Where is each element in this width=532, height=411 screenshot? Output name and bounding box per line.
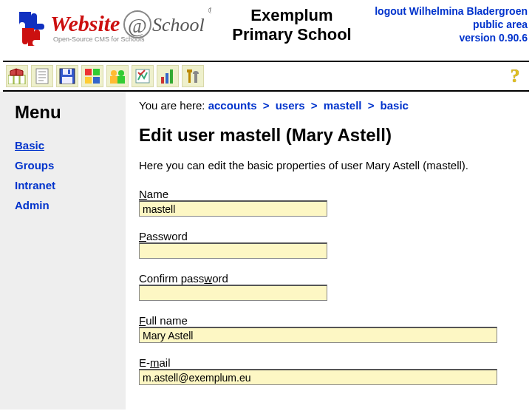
svg-point-21 xyxy=(118,70,124,76)
svg-rect-26 xyxy=(166,73,168,84)
save-icon[interactable] xyxy=(56,65,78,87)
modules-icon[interactable] xyxy=(81,65,103,87)
breadcrumb-accounts[interactable]: accounts xyxy=(208,99,257,112)
field-password: Password xyxy=(139,230,525,259)
input-password[interactable] xyxy=(139,242,327,259)
stats-icon[interactable] xyxy=(157,65,179,87)
svg-rect-16 xyxy=(85,69,92,75)
user-links: logout Wilhelmina Bladergroen public are… xyxy=(365,3,528,45)
label-fullname: Full name xyxy=(139,314,525,327)
sidebar-item-basic[interactable]: Basic xyxy=(15,139,44,152)
svg-rect-3 xyxy=(14,75,19,84)
svg-rect-7 xyxy=(36,69,48,84)
version-link[interactable]: version 0.90.6 xyxy=(459,32,528,44)
sidebar-item-intranet[interactable]: Intranet xyxy=(15,179,55,191)
logo-tagline: Open-Source CMS for Schools xyxy=(53,35,145,43)
svg-rect-18 xyxy=(85,77,92,84)
field-name: Name xyxy=(139,188,525,217)
main: Menu Basic Groups Intranet Admin You are… xyxy=(0,92,532,410)
svg-text:®: ® xyxy=(208,7,211,15)
page-icon[interactable] xyxy=(31,65,53,87)
breadcrumb-prefix: You are here: xyxy=(139,99,208,112)
svg-rect-2 xyxy=(8,75,13,84)
svg-rect-14 xyxy=(62,77,72,84)
logo-text-school: School xyxy=(152,14,205,35)
breadcrumb: You are here: accounts > users > mastell… xyxy=(139,99,525,112)
home-icon[interactable] xyxy=(6,65,28,87)
logo-text-website: Website xyxy=(50,11,120,35)
logout-link[interactable]: logout Wilhelmina Bladergroen xyxy=(375,5,528,17)
label-email: E-mail xyxy=(139,356,525,369)
website-at-school-logo: Website @ School Open-Source CMS for Sch… xyxy=(4,4,211,49)
sidebar-item-groups[interactable]: Groups xyxy=(15,159,54,171)
svg-rect-27 xyxy=(170,69,173,84)
sidebar-item-admin[interactable]: Admin xyxy=(15,199,50,211)
svg-rect-25 xyxy=(161,77,164,84)
header: Website @ School Open-Source CMS for Sch… xyxy=(0,0,532,50)
field-fullname: Full name xyxy=(139,314,525,343)
help-icon[interactable]: ? xyxy=(504,65,526,87)
page-intro: Here you can edit the basic properties o… xyxy=(139,159,525,171)
page-heading: Edit user mastell (Mary Astell) xyxy=(139,125,525,146)
input-fullname[interactable] xyxy=(139,327,497,343)
config-icon[interactable] xyxy=(132,65,154,87)
site-title-line2: Primary School xyxy=(219,25,365,44)
svg-rect-15 xyxy=(68,69,70,74)
logo: Website @ School Open-Source CMS for Sch… xyxy=(4,3,219,49)
input-confirm-password[interactable] xyxy=(139,285,327,301)
svg-point-20 xyxy=(111,70,117,76)
label-name: Name xyxy=(139,188,525,200)
svg-rect-13 xyxy=(63,69,72,75)
site-title: Exemplum Primary School xyxy=(219,3,365,45)
svg-marker-5 xyxy=(10,69,16,75)
input-name[interactable] xyxy=(139,200,327,217)
input-email[interactable] xyxy=(139,369,497,385)
public-area-link[interactable]: public area xyxy=(473,18,528,30)
svg-rect-4 xyxy=(20,75,25,84)
breadcrumb-mastell[interactable]: mastell xyxy=(324,99,362,112)
logo-at-icon: @ xyxy=(128,14,147,37)
svg-marker-6 xyxy=(16,69,23,75)
sidebar-title: Menu xyxy=(15,102,126,123)
label-password: Password xyxy=(139,230,525,242)
field-email: E-mail xyxy=(139,356,525,385)
sidebar: Menu Basic Groups Intranet Admin xyxy=(0,92,126,410)
content: You are here: accounts > users > mastell… xyxy=(126,92,532,410)
users-icon[interactable] xyxy=(106,65,129,87)
field-confirm-password: Confirm password xyxy=(139,272,525,301)
label-confirm-password: Confirm password xyxy=(139,272,525,285)
svg-rect-22 xyxy=(110,76,117,84)
site-title-line1: Exemplum xyxy=(219,6,365,25)
svg-rect-17 xyxy=(93,69,100,75)
breadcrumb-basic[interactable]: basic xyxy=(381,99,409,112)
svg-rect-29 xyxy=(187,69,192,72)
toolbar: ? xyxy=(3,61,529,92)
svg-rect-19 xyxy=(93,77,100,84)
breadcrumb-users[interactable]: users xyxy=(276,99,305,112)
svg-rect-23 xyxy=(117,76,125,84)
tools-icon[interactable] xyxy=(182,65,204,87)
